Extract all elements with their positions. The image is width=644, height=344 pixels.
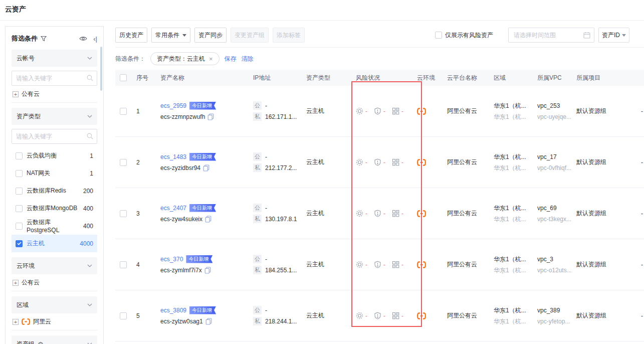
asset-type-option[interactable]: 云数据库MongoDB 400: [12, 200, 97, 217]
option-count: 1: [90, 152, 93, 159]
tree-item-public-cloud[interactable]: + 公有云: [12, 86, 97, 103]
private-ip-value: 130.197.8.1: [265, 216, 297, 223]
copy-icon[interactable]: [205, 318, 212, 325]
date-range-input[interactable]: [508, 28, 594, 43]
option-checkbox[interactable]: [16, 170, 23, 177]
copy-icon[interactable]: [204, 267, 211, 274]
vulnerability-scan-icon: [356, 312, 363, 319]
vpc-name: vpc_253: [537, 100, 571, 111]
row-checkbox[interactable]: [120, 159, 127, 166]
copy-icon[interactable]: [207, 113, 214, 120]
tree-item-aliyun[interactable]: + 阿里云: [12, 313, 97, 330]
new-today-badge: 今日新增: [189, 102, 216, 110]
toolbar-button[interactable]: 历史资产: [115, 28, 147, 43]
cloud-env-accordion[interactable]: 云环境: [12, 257, 97, 274]
option-label: 云主机: [27, 239, 76, 248]
public-ip-value: -: [265, 102, 267, 109]
option-checkbox[interactable]: [16, 223, 23, 230]
close-icon[interactable]: ×: [209, 56, 213, 62]
row-checkbox[interactable]: [120, 261, 127, 268]
region-name: 华东1（杭...: [494, 151, 532, 162]
asset-type-search-input[interactable]: [12, 129, 97, 144]
asset-name-link[interactable]: ecs_2407: [160, 205, 186, 212]
option-label: 云数据库PostgreSQL: [27, 218, 79, 234]
col-header-region: 区域: [489, 74, 532, 82]
search-field-select[interactable]: 资产ID: [598, 28, 629, 43]
toolbar-button[interactable]: 添加标签: [273, 28, 305, 43]
filter-tag-asset-type[interactable]: 资产类型：云主机 ×: [150, 52, 220, 65]
chevron-down-icon: [87, 264, 92, 267]
save-filter-link[interactable]: 保存: [225, 55, 237, 63]
region-id: 华东1（杭...: [494, 162, 532, 174]
clear-filter-link[interactable]: 清除: [242, 55, 254, 63]
option-checkbox[interactable]: [16, 152, 23, 159]
filter-group-asset-group: 资产组 ⚙: [12, 335, 97, 344]
toolbar-button[interactable]: 变更资产组: [231, 28, 269, 43]
eye-icon[interactable]: [79, 36, 87, 42]
vpc-id: vpc-0vfhiqf...: [537, 162, 571, 174]
cloud-account-search-input[interactable]: [12, 71, 97, 86]
row-checkbox[interactable]: [120, 210, 127, 217]
asset-type-option[interactable]: 云数据库PostgreSQL 400: [12, 217, 97, 235]
chevron-down-icon: [622, 34, 626, 37]
copy-icon[interactable]: [203, 164, 209, 171]
open-ports-icon: [392, 210, 399, 217]
asset-type-option[interactable]: 云数据库Redis 200: [12, 182, 97, 200]
option-label: NAT网关: [27, 169, 86, 178]
asset-type-option[interactable]: 云负载均衡 1: [12, 147, 97, 164]
vpc-name: vpc_17: [537, 151, 571, 162]
asset-name-link[interactable]: ecs_370: [160, 256, 183, 263]
table-row: 4 ecs_370 今日新增 ecs-zymlmf7i7x 公 -: [115, 239, 644, 290]
alibaba-cloud-icon: [417, 312, 426, 319]
calendar-icon[interactable]: [583, 32, 590, 39]
asset-type-value: 云主机: [301, 209, 351, 218]
new-today-badge: 今日新增: [189, 306, 216, 314]
open-ports-icon: [392, 312, 399, 319]
ports-count: -: [401, 108, 403, 115]
option-label: 云数据库Redis: [27, 187, 79, 195]
asset-name-link[interactable]: ecs_2959: [160, 102, 186, 109]
vulnerability-scan-icon: [356, 158, 363, 166]
private-ip-tag: 私: [253, 112, 262, 121]
alibaba-cloud-icon: [417, 210, 426, 217]
vpc-id: vpc-uyejqe...: [537, 111, 571, 122]
option-checkbox[interactable]: [16, 188, 23, 195]
sidebar-scrollbar[interactable]: [100, 47, 102, 91]
row-checkbox[interactable]: [120, 312, 127, 319]
asset-type-option[interactable]: NAT网关 1: [12, 164, 97, 182]
public-ip-tag: 公: [253, 101, 262, 110]
asset-instance-name: ecs-zzmnpzwufh: [160, 113, 205, 120]
cloud-account-accordion[interactable]: 云帐号: [12, 50, 97, 67]
option-checkbox[interactable]: [16, 240, 23, 247]
collapse-sidebar-icon[interactable]: ‹|: [93, 36, 97, 42]
risk-only-checkbox[interactable]: [435, 32, 442, 39]
row-index: 1: [131, 108, 155, 115]
asset-type-option[interactable]: 云主机 4000: [12, 235, 97, 252]
platform-name: 阿里公有云: [442, 311, 489, 320]
asset-group-accordion[interactable]: 资产组 ⚙: [12, 335, 97, 344]
shield-alert-icon: [374, 261, 381, 268]
shield-alert-icon: [374, 107, 381, 115]
gear-icon[interactable]: ⚙: [38, 341, 44, 344]
asset-name-link[interactable]: ecs_1483: [160, 153, 186, 160]
region-accordion[interactable]: 区域: [12, 296, 97, 313]
option-count: 200: [83, 188, 93, 195]
col-header-env: 云环境: [412, 74, 442, 82]
toolbar-button[interactable]: 资产同步: [194, 28, 227, 43]
expand-icon[interactable]: +: [13, 280, 19, 286]
expand-icon[interactable]: +: [13, 91, 19, 97]
tree-item-public-cloud[interactable]: + 公有云: [12, 274, 97, 291]
toolbar-button[interactable]: 常用条件: [151, 28, 190, 43]
option-checkbox[interactable]: [16, 205, 23, 212]
option-count: 400: [83, 205, 93, 212]
toolbar: 历史资产 常用条件 资产同步 变更资产组 添加标签: [115, 28, 644, 48]
copy-icon[interactable]: [205, 216, 211, 223]
expand-icon[interactable]: +: [13, 319, 19, 325]
asset-type-value: 云主机: [301, 158, 351, 166]
asset-name-link[interactable]: ecs_3809: [160, 307, 186, 314]
asset-type-accordion[interactable]: 资产类型: [12, 108, 97, 125]
private-ip-value: 218.244.1...: [265, 318, 297, 325]
row-checkbox[interactable]: [120, 108, 127, 115]
toolbar-button-label: 变更资产组: [235, 31, 265, 40]
select-all-checkbox[interactable]: [120, 74, 127, 81]
